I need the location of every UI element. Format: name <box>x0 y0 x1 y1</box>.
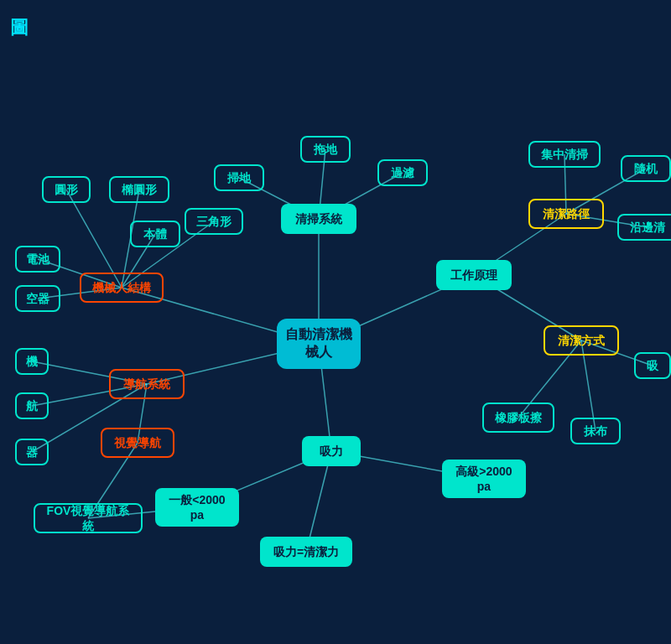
node-normalsuction: 一般<2000 pa <box>155 488 239 527</box>
page-title: 圖 <box>10 15 29 40</box>
node-suction: 吸力 <box>302 436 361 466</box>
node-battery: 電池 <box>15 246 60 273</box>
node-visnav: 視覺導航 <box>101 428 174 458</box>
node-oval: 橢圓形 <box>109 176 169 203</box>
node-suctioneq: 吸力=清潔力 <box>260 537 352 567</box>
node-mop: 拖地 <box>300 136 351 163</box>
node-mech: 機械人結構 <box>80 273 164 303</box>
node-sweep: 清掃系統 <box>281 204 356 234</box>
node-circle: 圓形 <box>42 176 91 203</box>
node-cleanway: 清潔方式 <box>544 325 619 356</box>
node-cleanpath: 清潔路徑 <box>528 199 604 229</box>
node-sweep2: 掃地 <box>214 164 264 191</box>
node-center: 自動清潔機 械人 <box>277 319 361 369</box>
node-absorb: 吸 <box>634 352 671 379</box>
node-filter2: 器 <box>15 439 49 465</box>
node-triangle: 三角形 <box>185 208 243 235</box>
node-nav2: 航 <box>15 392 49 419</box>
node-focussweep: 集中清掃 <box>528 141 601 168</box>
node-highsuction: 高級>2000 pa <box>442 460 526 498</box>
node-machine: 機 <box>15 348 49 375</box>
node-remote: 空器 <box>15 285 60 312</box>
node-FOV: FOV視覺導航系統 <box>34 503 143 533</box>
node-rubber: 橡膠板擦 <box>482 402 554 433</box>
node-filter: 過濾 <box>377 159 428 186</box>
node-body: 本體 <box>130 221 180 247</box>
node-cloth: 抹布 <box>570 418 621 444</box>
node-sideclean: 沿邊清 <box>617 214 671 241</box>
node-random: 隨机 <box>621 155 671 182</box>
node-work: 工作原理 <box>436 260 512 290</box>
node-nav: 導航系統 <box>109 369 185 399</box>
